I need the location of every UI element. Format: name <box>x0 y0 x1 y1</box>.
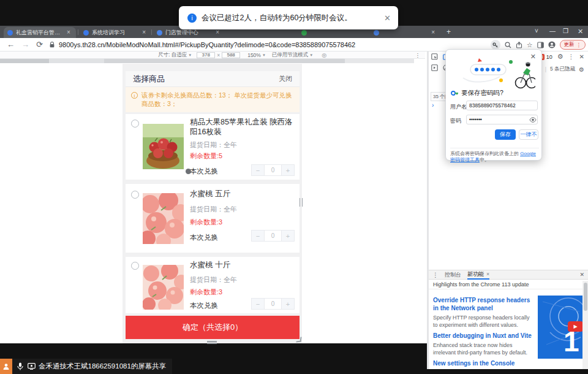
stepper-value[interactable]: 0 <box>265 230 281 242</box>
footer-text: 系统会将密码保存到此设备上的 <box>450 151 520 156</box>
product-name: 水蜜桃 十斤 <box>190 260 295 270</box>
password-key-icon[interactable] <box>491 40 500 50</box>
stepper-minus-button[interactable]: − <box>251 230 265 242</box>
product-radio[interactable] <box>131 191 139 199</box>
drawer-tab-close-icon[interactable]: × <box>486 271 489 277</box>
whatsnew-item-title[interactable]: Override HTTP response headers in the Ne… <box>433 296 536 312</box>
inspect-element-icon[interactable] <box>431 53 438 60</box>
product-card: 精品大果85苹果礼盒装 陕西洛阳16枚装 提货日期：全年 剩余数量:5 本次兑换… <box>126 114 300 180</box>
tab-close-icon[interactable]: × <box>142 29 146 36</box>
reload-icon[interactable]: ⟳ <box>36 40 43 49</box>
minimize-button[interactable]: — <box>549 28 556 34</box>
device-toolbar-overflow-icon[interactable]: ⋮ <box>415 52 421 58</box>
save-password-button[interactable]: 保存 <box>495 129 516 140</box>
console-settings-gear-icon[interactable]: ⚙ <box>579 66 584 73</box>
quantity-stepper: − 0 + <box>251 164 295 176</box>
back-icon[interactable]: ← <box>7 40 15 49</box>
stepper-minus-button[interactable]: − <box>251 298 265 310</box>
password-illustration <box>457 57 535 89</box>
side-panel-icon[interactable] <box>537 42 544 48</box>
product-radio[interactable] <box>131 262 139 270</box>
stepper-plus-button[interactable]: + <box>281 298 295 310</box>
console-sidebar-icon[interactable] <box>431 64 438 71</box>
viewport-bottom-handle[interactable] <box>207 341 217 342</box>
whatsnew-item-title[interactable]: Better debugging in Nuxt and Vite <box>433 332 536 340</box>
screen-share-bar: 金禾通技术王斌18662591081的屏幕共享 <box>0 359 172 374</box>
viewport-width-input[interactable] <box>197 52 215 58</box>
kebab-menu-icon[interactable]: ⋮ <box>576 42 582 48</box>
product-remaining: 剩余数量:5 <box>190 151 222 161</box>
hidden-messages-label[interactable]: 5 条已隐藏 <box>550 66 575 73</box>
throttle-select[interactable]: 已停用节流模式 <box>272 52 309 59</box>
maximize-button[interactable]: ❐ <box>563 28 568 34</box>
microphone-icon[interactable] <box>17 362 23 370</box>
tab-close-icon[interactable]: × <box>216 29 219 36</box>
drawer-scrollbar[interactable] <box>582 281 588 369</box>
chrome-update-chip[interactable]: 更新 ⋮ <box>560 40 586 50</box>
screen-share-icon[interactable] <box>28 363 36 370</box>
viewport-right-handle[interactable] <box>300 198 303 207</box>
toast-close-icon[interactable]: ✕ <box>384 13 391 23</box>
tab-favicon <box>301 30 307 36</box>
product-card: 水蜜桃 十斤 提货日期：全年 剩余数量:3 本次兑换 − 0 + <box>126 257 300 313</box>
tab-gift-admin[interactable]: 礼盒营销平台管理中心 × <box>4 27 76 38</box>
close-window-button[interactable]: ✕ <box>578 28 583 36</box>
drawer-close-icon[interactable]: ✕ <box>579 272 584 278</box>
scrollbar-thumb[interactable] <box>584 283 587 311</box>
tab-close-icon[interactable]: × <box>67 29 70 36</box>
stepper-plus-button[interactable]: + <box>281 164 295 176</box>
username-field[interactable] <box>466 101 538 110</box>
rotate-viewport-icon[interactable]: ◎ <box>322 52 326 58</box>
viewport-corner-resize-handle[interactable] <box>296 337 301 342</box>
update-label: 更新 <box>564 41 575 48</box>
whatsnew-video-thumbnail[interactable]: ▶ 1 <box>538 296 582 359</box>
tab-training[interactable]: 系统培训学习 × <box>80 27 149 38</box>
device-dimensions-label[interactable]: 尺寸: 自适应 <box>158 52 187 59</box>
devtools-close-icon[interactable]: ✕ <box>579 53 584 60</box>
bookmark-star-icon[interactable]: ☆ <box>527 41 533 49</box>
stepper-value[interactable]: 0 <box>265 164 281 176</box>
tab-label: 礼盒营销平台管理中心 <box>16 29 64 37</box>
tab-search-icon[interactable]: ˅ <box>535 28 538 34</box>
tab-close-icon[interactable]: × <box>431 29 435 36</box>
confirm-button[interactable]: 确定（共选择0） <box>126 316 300 339</box>
device-zoom-select[interactable]: 150% <box>247 52 261 58</box>
devtools-settings-gear-icon[interactable]: ⚙ <box>557 53 564 61</box>
drawer-menu-icon[interactable]: ⋮ <box>432 272 439 278</box>
profile-avatar-icon[interactable] <box>548 41 556 48</box>
product-card: 水蜜桃 五斤 提货日期：全年 剩余数量:3 本次兑换 − 0 + <box>126 184 300 253</box>
new-tab-button[interactable]: + <box>447 28 451 36</box>
meeting-toast: i 会议已超过2人，自动转为60分钟限时会议。 ✕ <box>179 6 398 29</box>
tab-favicon <box>83 30 89 36</box>
password-dialog-title: 要保存密码吗? <box>461 89 503 97</box>
google-key-icon <box>451 90 458 97</box>
info-icon: i <box>131 92 138 99</box>
product-remaining: 剩余数量:3 <box>190 288 222 297</box>
never-save-button[interactable]: 一律不 <box>519 129 538 140</box>
sheet-close-button[interactable]: 关闭 <box>279 74 292 83</box>
forward-icon[interactable]: → <box>21 40 29 49</box>
password-dialog-footer: 系统会将密码保存到此设备上的 Google 密码管理工具中。 <box>450 148 539 163</box>
share-icon[interactable] <box>516 42 522 48</box>
drawer-tab-whatsnew[interactable]: 新功能 × <box>467 270 489 280</box>
stepper-minus-button[interactable]: − <box>251 164 265 176</box>
exchange-label: 本次兑换 <box>190 301 218 310</box>
show-password-eye-icon[interactable] <box>529 117 537 123</box>
password-field[interactable] <box>466 115 538 124</box>
devtools-menu-icon[interactable]: ⋮ <box>568 53 575 60</box>
dropdown-caret-icon: ▼ <box>309 53 313 57</box>
stepper-value[interactable]: 0 <box>265 298 281 310</box>
whatsnew-item-title[interactable]: New settings in the Console <box>433 359 536 367</box>
device-toolbar: 尺寸: 自适应▼ × 150%▼ 已停用节流模式▼ ◎ ⋮ <box>0 52 425 59</box>
viewport-height-input[interactable] <box>222 52 240 58</box>
tab-favicon <box>7 30 13 36</box>
info-icon: i <box>187 13 197 23</box>
address-bar[interactable]: 9800ys.th28.cn/MobileModNoMall.html#/Pic… <box>59 41 355 48</box>
drawer-tab-console[interactable]: 控制台 <box>445 271 461 279</box>
save-password-dialog: ✕ 要保存密码吗? 用户名 密码 保存 一律不 系统会将密码保存到此设备上的 G… <box>445 49 542 161</box>
console-prompt-icon[interactable]: › <box>432 102 434 109</box>
tab-favicon <box>374 30 379 36</box>
zoom-icon[interactable] <box>505 42 511 48</box>
stepper-plus-button[interactable]: + <box>281 230 295 242</box>
product-radio[interactable] <box>131 120 139 128</box>
